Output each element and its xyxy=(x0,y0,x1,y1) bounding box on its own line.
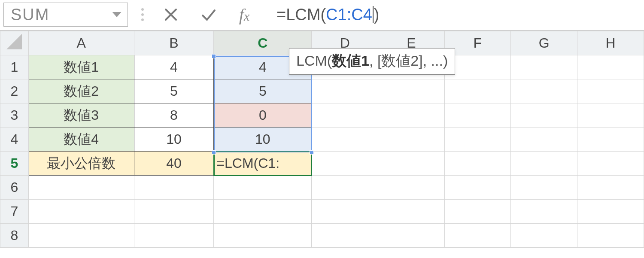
cell-A3[interactable]: 数値3 xyxy=(28,103,134,127)
table-row: 2 数値2 5 5 xyxy=(0,79,644,103)
cell-B6[interactable] xyxy=(134,176,214,200)
table-row: 5 最小公倍数 40 =LCM(C1: xyxy=(0,152,644,176)
cell-D8[interactable] xyxy=(312,224,378,248)
cell-E2[interactable] xyxy=(378,79,445,103)
formula-input[interactable]: =LCM(C1:C4) xyxy=(270,3,641,27)
function-tooltip: LCM(数値1, [数値2], ...) xyxy=(289,48,455,75)
cell-H8[interactable] xyxy=(577,224,644,248)
cell-A1[interactable]: 数値1 xyxy=(28,55,134,79)
cell-A8[interactable] xyxy=(28,224,134,248)
range-handle-icon[interactable] xyxy=(212,54,216,58)
cell-H5[interactable] xyxy=(577,152,644,176)
cell-F4[interactable] xyxy=(444,127,510,152)
tooltip-fn: LCM( xyxy=(296,52,332,69)
formula-bar-grip-icon xyxy=(138,8,147,21)
table-row: 6 xyxy=(0,176,644,200)
table-row: 3 数値3 8 0 xyxy=(0,103,644,127)
tooltip-rest: , [数値2], ...) xyxy=(369,52,448,69)
cell-F7[interactable] xyxy=(444,200,510,224)
row-header-8[interactable]: 8 xyxy=(0,224,29,248)
row-header-7[interactable]: 7 xyxy=(0,200,29,224)
cell-G7[interactable] xyxy=(511,200,577,224)
row-header-6[interactable]: 6 xyxy=(0,176,29,200)
range-handle-icon[interactable] xyxy=(212,150,216,155)
cell-E6[interactable] xyxy=(378,176,445,200)
select-all-corner[interactable] xyxy=(0,31,29,55)
cell-A7[interactable] xyxy=(28,200,134,224)
formula-text-prefix: =LCM( xyxy=(276,6,326,24)
cancel-button[interactable] xyxy=(157,3,185,27)
cell-B2[interactable]: 5 xyxy=(134,79,214,103)
cell-E3[interactable] xyxy=(378,103,445,127)
row-header-2[interactable]: 2 xyxy=(0,79,29,103)
cell-B5[interactable]: 40 xyxy=(134,152,214,176)
cell-D7[interactable] xyxy=(312,200,378,224)
cell-G1[interactable] xyxy=(511,55,577,79)
cell-G3[interactable] xyxy=(511,103,577,127)
cell-H6[interactable] xyxy=(577,176,644,200)
cell-H3[interactable] xyxy=(577,103,644,127)
cell-F2[interactable] xyxy=(444,79,510,103)
cell-A4[interactable]: 数値4 xyxy=(28,127,134,152)
name-box-dropdown-icon[interactable] xyxy=(110,8,123,21)
col-header-G[interactable]: G xyxy=(511,31,577,55)
cell-B8[interactable] xyxy=(134,224,214,248)
row-header-1[interactable]: 1 xyxy=(0,55,29,79)
cell-E7[interactable] xyxy=(378,200,445,224)
cell-F3[interactable] xyxy=(444,103,510,127)
cell-G4[interactable] xyxy=(511,127,577,152)
cell-E4[interactable] xyxy=(378,127,445,152)
cell-H7[interactable] xyxy=(577,200,644,224)
row-header-5[interactable]: 5 xyxy=(0,152,29,176)
enter-button[interactable] xyxy=(195,3,222,27)
table-row: 8 xyxy=(0,224,644,248)
cell-D5[interactable] xyxy=(312,152,378,176)
cell-C3[interactable]: 0 xyxy=(214,103,312,127)
cell-D4[interactable] xyxy=(312,127,378,152)
cell-G8[interactable] xyxy=(511,224,577,248)
cell-H4[interactable] xyxy=(577,127,644,152)
cell-E5[interactable] xyxy=(378,152,445,176)
cell-E8[interactable] xyxy=(378,224,445,248)
cell-H2[interactable] xyxy=(577,79,644,103)
fx-icon: fx xyxy=(239,5,249,25)
table-row: 4 数値4 10 10 xyxy=(0,127,644,152)
cell-H1[interactable] xyxy=(577,55,644,79)
cell-D6[interactable] xyxy=(312,176,378,200)
cell-C5[interactable]: =LCM(C1: xyxy=(214,152,312,176)
table-row: 7 xyxy=(0,200,644,224)
formula-bar: SUM fx =LCM(C1:C4) xyxy=(0,0,644,30)
cell-B1[interactable]: 4 xyxy=(134,55,214,79)
cell-A6[interactable] xyxy=(28,176,134,200)
formula-text-ref: C1:C4 xyxy=(326,6,372,24)
cell-C2[interactable]: 5 xyxy=(214,79,312,103)
cell-F5[interactable] xyxy=(444,152,510,176)
cell-F6[interactable] xyxy=(444,176,510,200)
text-caret-icon xyxy=(373,6,374,23)
formula-text-suffix: ) xyxy=(374,6,380,24)
cell-C8[interactable] xyxy=(214,224,312,248)
col-header-H[interactable]: H xyxy=(577,31,644,55)
tooltip-arg1: 数値1 xyxy=(332,52,369,69)
cell-D3[interactable] xyxy=(312,103,378,127)
cell-A5[interactable]: 最小公倍数 xyxy=(28,152,134,176)
name-box[interactable]: SUM xyxy=(3,3,128,27)
cell-C4[interactable]: 10 xyxy=(214,127,312,152)
range-handle-icon[interactable] xyxy=(310,150,314,155)
cell-G6[interactable] xyxy=(511,176,577,200)
cell-B7[interactable] xyxy=(134,200,214,224)
cell-B4[interactable]: 10 xyxy=(134,127,214,152)
col-header-A[interactable]: A xyxy=(28,31,134,55)
cell-G5[interactable] xyxy=(511,152,577,176)
cell-D2[interactable] xyxy=(312,79,378,103)
row-header-4[interactable]: 4 xyxy=(0,127,29,152)
cell-B3[interactable]: 8 xyxy=(134,103,214,127)
insert-function-button[interactable]: fx xyxy=(233,3,260,27)
cell-C6[interactable] xyxy=(214,176,312,200)
col-header-B[interactable]: B xyxy=(134,31,214,55)
row-header-3[interactable]: 3 xyxy=(0,103,29,127)
cell-F8[interactable] xyxy=(444,224,510,248)
cell-C7[interactable] xyxy=(214,200,312,224)
cell-A2[interactable]: 数値2 xyxy=(28,79,134,103)
cell-G2[interactable] xyxy=(511,79,577,103)
